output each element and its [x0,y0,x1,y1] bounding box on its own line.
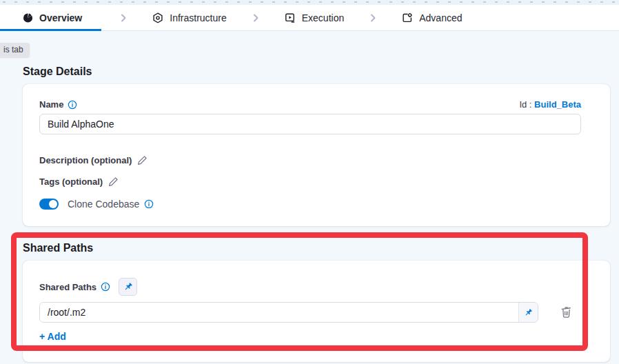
clone-codebase-label-row: Clone Codebase [68,199,154,210]
shared-paths-label: Shared Paths [39,282,97,292]
stage-details-heading: Stage Details [23,65,619,78]
infrastructure-icon [152,12,163,23]
delete-path-button[interactable] [559,305,574,320]
chevron-right-icon [369,14,377,22]
shared-paths-heading: Shared Paths [23,242,619,254]
trash-icon [560,306,572,318]
shared-paths-label-row: Shared Paths [39,282,110,292]
tab-overview[interactable]: Overview [0,5,101,30]
info-icon[interactable] [144,199,154,209]
tooltip-fragment: is tab [0,43,30,57]
tab-infrastructure[interactable]: Infrastructure [145,5,233,30]
name-label: Name [39,99,63,110]
clone-codebase-row: Clone Codebase [39,199,593,210]
clone-codebase-label: Clone Codebase [68,199,139,210]
overview-icon [23,12,33,23]
name-label-row: Name [39,99,77,110]
stage-id-value-link[interactable]: Build_Beta [534,99,581,110]
description-label: Description (optional) [39,155,132,165]
clone-codebase-toggle[interactable] [39,199,59,210]
shared-paths-card: Shared Paths [23,261,610,362]
tab-execution-label: Execution [302,12,344,23]
tab-overview-label: Overview [39,12,82,23]
tab-execution[interactable]: Execution [278,5,351,30]
description-row: Description (optional) [39,155,593,165]
stage-tabbar: Overview Infrastructure Execution [0,5,619,31]
add-path-link[interactable]: + Add [39,331,66,342]
stage-details-card: Name Id : Build_Beta Description (option… [23,84,610,226]
shared-path-input-group [39,302,538,323]
tags-label: Tags (optional) [39,176,103,187]
pin-field-button[interactable] [518,303,538,322]
pushpin-icon [524,308,533,317]
info-icon[interactable] [68,100,77,110]
tab-advanced[interactable]: Advanced [395,5,469,30]
tags-row: Tags (optional) [39,176,593,187]
stage-id-label: Id : [519,99,531,110]
pipeline-canvas-strip [0,0,619,5]
stage-name-input[interactable] [39,114,581,134]
execution-icon [285,12,296,23]
chevron-right-icon [252,14,260,22]
shared-path-row [39,302,593,323]
pencil-icon[interactable] [137,155,148,165]
tab-infrastructure-label: Infrastructure [170,12,226,23]
pushpin-icon [123,282,133,292]
toggle-knob [49,200,57,208]
chevron-right-icon [119,14,128,22]
advanced-icon [402,12,413,23]
info-icon[interactable] [101,282,110,292]
stage-config-screen: Overview Infrastructure Execution [0,0,619,364]
shared-path-input[interactable] [40,303,518,322]
pencil-icon[interactable] [108,176,119,187]
stage-id: Id : Build_Beta [519,99,581,110]
pin-all-button[interactable] [119,278,137,296]
tab-advanced-label: Advanced [419,12,462,23]
